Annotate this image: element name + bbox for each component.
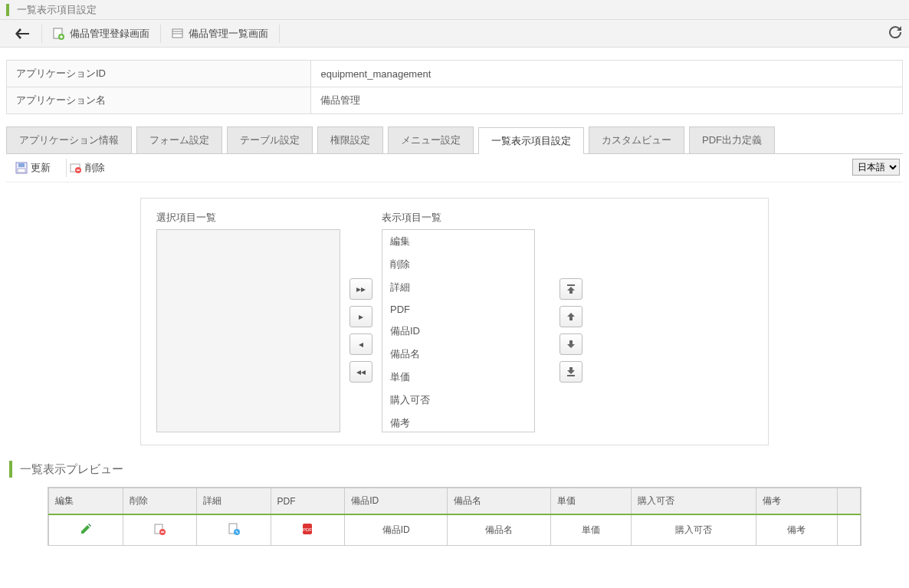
preview-cell [49,514,123,545]
move-down-icon [567,340,575,348]
svg-rect-7 [18,169,25,172]
list-item[interactable]: 備品名 [382,343,534,366]
update-label: 更新 [31,161,51,175]
app-info-table: アプリケーションID equipment_management アプリケーション… [6,60,903,114]
divider [160,25,161,43]
divider [41,25,42,43]
tab-5[interactable]: 一覧表示項目設定 [478,127,584,154]
move-top-icon [567,284,575,294]
add-all-button[interactable]: ▸▸ [349,278,372,300]
preview-cell: 購入可否 [632,514,756,545]
remove-all-button[interactable]: ◂◂ [349,361,372,383]
preview-header-cell: 削除 [123,488,197,515]
tab-6[interactable]: カスタムビュー [589,126,684,153]
dual-list-panel: 選択項目一覧 ▸▸ ▸ ◂ ◂◂ 表示項目一覧 編集削除詳細PDF備品ID備品名… [140,198,769,445]
app-name-value: 備品管理 [311,87,903,114]
display-list-label: 表示項目一覧 [382,211,535,225]
preview-header-cell: 備品名 [448,488,550,515]
svg-rect-6 [18,163,25,167]
preview-header-cell: 編集 [49,488,123,515]
list-item[interactable]: 備品ID [382,320,534,343]
list-item[interactable]: 単価 [382,366,534,389]
preview-section: 一覧表示プレビュー 編集削除詳細PDF備品ID備品名単価購入可否備考 PDF備品… [9,461,900,546]
delete-icon [70,162,82,174]
list-icon [172,28,184,40]
toolbar-item-list-screen[interactable]: 備品管理一覧画面 [164,27,276,41]
preview-header-cell: 単価 [550,488,632,515]
move-bottom-button[interactable] [560,361,582,383]
display-column: 表示項目一覧 編集削除詳細PDF備品ID備品名単価購入可否備考 [382,211,535,432]
app-id-value: equipment_management [311,61,903,87]
preview-cell [123,514,197,545]
accent-bar [6,4,9,16]
language-select[interactable]: 日本語 [852,159,900,176]
move-up-button[interactable] [560,306,582,327]
delete-row-icon [153,523,166,535]
list-item[interactable]: 削除 [382,253,534,276]
remove-button[interactable]: ◂ [349,333,372,355]
list-item[interactable]: 備考 [382,412,534,432]
list-item[interactable]: 購入可否 [382,389,534,412]
move-down-button[interactable] [560,333,582,355]
preview-table: 編集削除詳細PDF備品ID備品名単価購入可否備考 PDF備品ID備品名単価購入可… [48,488,861,545]
divider [279,25,280,43]
select-list-label: 選択項目一覧 [156,211,340,225]
list-item[interactable]: 編集 [382,230,534,253]
form-add-icon [53,28,65,40]
preview-cell [197,514,271,545]
back-button[interactable] [6,28,38,39]
list-item[interactable]: PDF [382,299,534,320]
save-icon [15,162,28,174]
preview-cell: 備品名 [448,514,550,545]
preview-cell: PDF [271,514,345,545]
select-column: 選択項目一覧 [156,211,340,432]
reload-icon [889,26,901,38]
action-bar: 更新 削除 日本語 [6,154,903,182]
preview-header-cell: 購入可否 [632,488,756,515]
preview-header-cell: 備考 [756,488,837,515]
row-action[interactable]: PDF [301,523,313,535]
add-button[interactable]: ▸ [349,306,372,327]
update-button[interactable]: 更新 [15,161,51,175]
toolbar-item-register-screen[interactable]: 備品管理登録画面 [45,27,157,41]
arrow-left-icon [15,28,29,39]
tab-0[interactable]: アプリケーション情報 [6,126,132,153]
tab-4[interactable]: メニュー設定 [388,126,474,153]
toolbar: 備品管理登録画面 備品管理一覧画面 [0,20,909,48]
page-header: 一覧表示項目設定 [0,0,909,20]
order-buttons [544,211,582,432]
app-name-label: アプリケーション名 [7,87,311,114]
move-top-button[interactable] [560,278,582,300]
detail-icon [228,523,240,535]
tab-1[interactable]: フォーム設定 [136,126,222,153]
reload-button[interactable] [889,26,901,38]
toolbar-item-label: 備品管理一覧画面 [189,27,268,41]
page-title: 一覧表示項目設定 [17,3,97,17]
preview-header-cell: 詳細 [197,488,271,515]
toolbar-item-label: 備品管理登録画面 [70,27,149,41]
accent-bar [9,461,12,478]
preview-cell-spacer [838,514,861,545]
tabs: アプリケーション情報フォーム設定テーブル設定権限設定メニュー設定一覧表示項目設定… [6,126,903,154]
row-action[interactable] [228,523,240,535]
preview-cell: 備考 [756,514,837,545]
delete-label: 削除 [85,161,105,175]
preview-title: 一覧表示プレビュー [20,462,123,477]
row-action[interactable] [80,523,92,535]
delete-button[interactable]: 削除 [70,161,105,175]
preview-cell: 単価 [550,514,632,545]
app-id-label: アプリケーションID [7,61,311,87]
row-action[interactable] [153,523,166,535]
tab-2[interactable]: テーブル設定 [227,126,313,153]
preview-header-spacer [838,488,861,515]
preview-header-cell: 備品ID [345,488,448,515]
edit-icon [80,523,92,535]
preview-cell: 備品ID [345,514,448,545]
select-listbox[interactable] [156,229,340,432]
tab-7[interactable]: PDF出力定義 [689,126,775,153]
list-item[interactable]: 詳細 [382,276,534,299]
transfer-buttons: ▸▸ ▸ ◂ ◂◂ [349,211,372,432]
display-listbox[interactable]: 編集削除詳細PDF備品ID備品名単価購入可否備考 [382,229,535,432]
move-up-icon [567,313,575,320]
tab-3[interactable]: 権限設定 [317,126,383,153]
